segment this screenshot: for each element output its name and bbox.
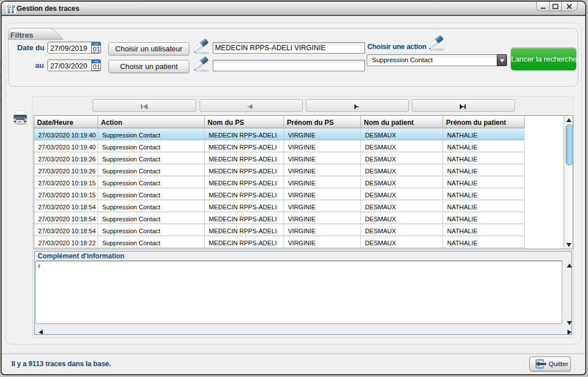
svg-text:01: 01 — [93, 46, 100, 52]
svg-text:01: 01 — [93, 63, 100, 70]
svg-text:CLM: CLM — [7, 5, 15, 9]
